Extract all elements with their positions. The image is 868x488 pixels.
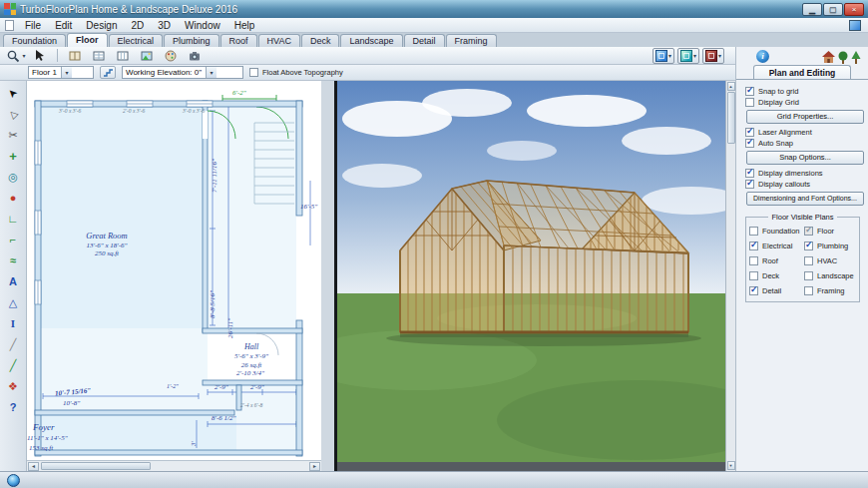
tree-icon[interactable] — [837, 50, 849, 64]
close-button[interactable]: × — [844, 3, 864, 16]
select-tool[interactable]: ➤ — [2, 84, 24, 103]
scrollbar-thumb[interactable] — [41, 462, 151, 470]
display-callouts-checkbox[interactable]: Display callouts — [745, 180, 868, 189]
palette-button[interactable] — [160, 48, 182, 64]
tab-plumbing[interactable]: Plumbing — [164, 34, 219, 47]
menu-design[interactable]: Design — [79, 20, 124, 31]
visible-plan-foundation[interactable]: Foundation — [749, 227, 802, 236]
camera-snapshot-button[interactable] — [184, 48, 206, 64]
tab-electrical[interactable]: Electrical — [109, 34, 164, 47]
checkbox-box[interactable] — [745, 87, 754, 96]
select-cursor-button[interactable] — [29, 48, 51, 64]
house-icon[interactable] — [821, 50, 836, 64]
start-button[interactable] — [7, 474, 20, 487]
tab-detail[interactable]: Detail — [404, 34, 445, 47]
wall-tool[interactable]: ∟ — [2, 210, 24, 229]
checkbox-box[interactable] — [745, 139, 754, 148]
menu-edit[interactable]: Edit — [48, 20, 79, 31]
axis-tool[interactable]: ❖ — [2, 377, 24, 396]
checkbox-box[interactable] — [745, 98, 754, 107]
3d-vertical-scrollbar[interactable]: ▲ ▼ — [725, 81, 735, 471]
floor-select[interactable]: Floor 1 ▾ — [28, 66, 94, 79]
checkbox-box[interactable] — [745, 180, 754, 189]
node-select-tool[interactable]: ▷ — [2, 105, 24, 124]
polyline-tool[interactable]: ≈ — [2, 251, 24, 270]
tab-roof[interactable]: Roof — [220, 34, 257, 47]
snap-options-button[interactable]: Snap Options... — [746, 151, 864, 165]
visible-plan-hvac[interactable]: HVAC — [804, 256, 857, 265]
snap-to-grid-checkbox[interactable]: Snap to grid — [745, 87, 868, 96]
visible-plan-framing[interactable]: Framing — [804, 286, 857, 295]
info-icon[interactable]: i — [756, 50, 769, 63]
menu-3d[interactable]: 3D — [151, 20, 178, 31]
maximize-button[interactable]: ▢ — [823, 3, 843, 16]
menu-file[interactable]: File — [18, 20, 48, 31]
checkbox-box[interactable] — [745, 169, 754, 178]
beam-tool[interactable]: I — [2, 314, 24, 333]
tab-hvac[interactable]: HVAC — [258, 34, 300, 47]
tree-icon[interactable] — [850, 50, 862, 64]
worksheet-table-button[interactable] — [88, 48, 110, 64]
checkbox-box[interactable] — [804, 256, 813, 265]
float-above-topography-checkbox[interactable]: Float Above Topography — [249, 68, 343, 77]
render-view-button[interactable]: ▾ — [702, 48, 724, 64]
checkbox-box[interactable] — [749, 256, 758, 265]
display-grid-checkbox[interactable]: Display Grid — [745, 98, 868, 107]
line-tool[interactable]: ╱ — [2, 356, 24, 375]
visible-plan-floor[interactable]: Floor — [804, 227, 857, 236]
visible-plan-detail[interactable]: Detail — [749, 286, 802, 295]
zoom-tool-button[interactable]: ▾ — [5, 48, 27, 64]
checkbox-box[interactable] — [249, 68, 258, 77]
measure-tool[interactable]: ╱ — [2, 335, 24, 354]
wall-corner-tool[interactable]: ⌐ — [2, 231, 24, 249]
menu-window[interactable]: Window — [178, 20, 227, 31]
cut-tool[interactable]: ✂ — [2, 126, 24, 145]
view-3d-perspective-button[interactable]: ▾ — [677, 48, 699, 64]
checkbox-box[interactable] — [745, 128, 754, 137]
auto-snap-checkbox[interactable]: Auto Snap — [745, 139, 868, 148]
help-tool[interactable]: ? — [2, 398, 24, 417]
tab-foundation[interactable]: Foundation — [3, 34, 66, 47]
add-point-tool[interactable]: + — [2, 147, 24, 166]
view-3d-front-button[interactable]: ▾ — [652, 48, 674, 64]
dimension-tool[interactable]: △ — [2, 293, 24, 312]
tab-deck[interactable]: Deck — [301, 34, 340, 47]
minimize-button[interactable]: ▁ — [802, 3, 822, 16]
working-elevation-select[interactable]: Working Elevation: 0" ▾ — [122, 66, 243, 79]
3d-view-canvas[interactable] — [337, 81, 725, 471]
dimensioning-font-options-button[interactable]: Dimensioning and Font Options... — [746, 192, 864, 206]
marker-tool[interactable]: ● — [2, 189, 24, 208]
menu-2d[interactable]: 2D — [125, 20, 152, 31]
visible-plan-deck[interactable]: Deck — [749, 271, 802, 280]
text-tool[interactable]: A — [2, 272, 24, 291]
checkbox-box[interactable] — [804, 286, 813, 295]
materials-image-button[interactable] — [136, 48, 158, 64]
eyedropper-tool[interactable]: ◎ — [2, 168, 24, 187]
tab-plan-and-editing[interactable]: Plan and Editing — [753, 65, 851, 79]
checkbox-box[interactable] — [749, 286, 758, 295]
scroll-left-icon[interactable]: ◄ — [28, 462, 39, 471]
visible-plan-roof[interactable]: Roof — [749, 256, 802, 265]
checkbox-box[interactable] — [804, 242, 813, 250]
checkbox-box[interactable] — [749, 227, 758, 236]
menu-help[interactable]: Help — [227, 20, 262, 31]
mdi-window-icon[interactable] — [849, 20, 861, 31]
checkbox-box[interactable] — [749, 242, 758, 250]
display-dimensions-checkbox[interactable]: Display dimensions — [745, 169, 868, 178]
scroll-up-icon[interactable]: ▲ — [727, 82, 735, 91]
catalog-book-button[interactable] — [64, 48, 86, 64]
visible-plan-plumbing[interactable]: Plumbing — [804, 242, 857, 250]
visible-plan-landscape[interactable]: Landscape — [804, 271, 857, 280]
floor-plan-canvas[interactable]: Great Room 13'-6" x 18'-6" 250 sq.ft Hal… — [27, 81, 321, 471]
checkbox-box[interactable] — [749, 271, 758, 280]
laser-alignment-checkbox[interactable]: Laser Alignment — [745, 128, 868, 137]
tab-framing[interactable]: Framing — [446, 34, 497, 47]
checkbox-box[interactable] — [804, 271, 813, 280]
scroll-down-icon[interactable]: ▼ — [727, 461, 735, 470]
elevation-button[interactable] — [100, 66, 116, 79]
tab-floor[interactable]: Floor — [67, 33, 108, 47]
grid-properties-button[interactable]: Grid Properties... — [746, 110, 864, 124]
tab-landscape[interactable]: Landscape — [340, 34, 402, 47]
column-view-button[interactable] — [112, 48, 134, 64]
scroll-right-icon[interactable]: ► — [309, 462, 320, 471]
